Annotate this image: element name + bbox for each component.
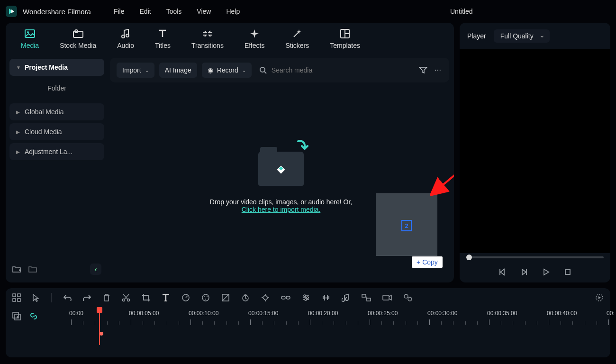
menu-edit[interactable]: Edit	[140, 8, 151, 15]
play-button[interactable]	[542, 268, 550, 276]
delete-icon[interactable]	[103, 293, 110, 302]
cloud-image-icon	[73, 28, 83, 39]
record-button[interactable]: ◉Record⌄	[202, 63, 252, 78]
collapse-sidebar-icon[interactable]: ‹	[90, 264, 101, 275]
playhead-marker-icon	[100, 332, 103, 336]
cut-icon[interactable]	[122, 293, 130, 302]
stop-button[interactable]	[564, 268, 571, 276]
speed-icon[interactable]	[181, 293, 190, 302]
scrub-handle[interactable]	[466, 255, 472, 260]
sidebar-cloud-media[interactable]: ▶Cloud Media	[9, 123, 104, 140]
folder-illustration-icon	[258, 152, 304, 186]
scrub-bar[interactable]	[460, 253, 610, 262]
import-link[interactable]: Click here to import media.	[242, 206, 321, 213]
tab-effects[interactable]: Effects	[237, 28, 272, 49]
media-content: Import⌄ AI Image ◉Record⌄ ⋯	[108, 55, 454, 282]
sidebar-folder[interactable]: Folder	[9, 79, 104, 100]
tab-media[interactable]: Media	[13, 28, 46, 49]
more-icon[interactable]: ⋯	[433, 66, 443, 74]
copy-button[interactable]: +Copy	[412, 256, 443, 268]
timestamp: 00:00:35:00	[487, 310, 517, 317]
timestamp: 00:00	[69, 310, 83, 317]
tab-audio[interactable]: Audio	[109, 28, 142, 49]
svg-point-7	[260, 67, 265, 72]
sidebar-global-media[interactable]: ▶Global Media	[9, 103, 104, 120]
tab-media-label: Media	[21, 42, 39, 49]
svg-line-10	[441, 109, 454, 187]
chevron-down-icon: ⌄	[242, 68, 246, 73]
mask-icon[interactable]	[221, 293, 230, 302]
svg-point-22	[205, 299, 206, 300]
tab-transitions[interactable]: Transitions	[184, 28, 231, 49]
add-track-icon[interactable]	[12, 312, 21, 320]
menu-file[interactable]: File	[114, 8, 125, 15]
chain-icon[interactable]	[281, 295, 290, 300]
tab-transitions-label: Transitions	[191, 42, 224, 49]
search-box[interactable]	[259, 66, 414, 74]
svg-rect-15	[18, 299, 20, 301]
menu-help[interactable]: Help	[226, 8, 240, 15]
svg-rect-13	[18, 294, 20, 297]
merge-icon[interactable]	[362, 294, 371, 301]
caret-down-icon: ▼	[16, 65, 21, 70]
camera-icon[interactable]	[382, 294, 392, 301]
app-logo-icon	[6, 6, 17, 17]
ai-image-button[interactable]: AI Image	[159, 63, 197, 78]
group-icon[interactable]	[403, 293, 413, 302]
adjust-icon[interactable]	[302, 293, 310, 302]
caret-right-icon: ▶	[16, 109, 21, 115]
timestamp: 00:	[607, 310, 615, 317]
svg-rect-14	[13, 299, 16, 301]
link-icon[interactable]	[29, 312, 38, 320]
preview-viewport[interactable]	[460, 49, 610, 253]
sidebar-project-media[interactable]: ▼Project Media	[9, 59, 104, 76]
next-frame-button[interactable]	[520, 268, 528, 276]
sidebar-adjustment-layer[interactable]: ▶Adjustment La...	[9, 143, 104, 160]
new-folder-icon[interactable]	[12, 265, 21, 273]
svg-point-30	[305, 299, 307, 300]
media-dropzone[interactable]: Drop your video clips, images, or audio …	[108, 82, 454, 282]
color-icon[interactable]	[201, 293, 210, 302]
equalizer-icon[interactable]	[322, 293, 330, 302]
main-menu: File Edit Tools View Help	[114, 8, 240, 15]
menu-tools[interactable]: Tools	[166, 8, 182, 15]
tab-titles-label: Titles	[155, 42, 171, 49]
tab-titles[interactable]: Titles	[147, 28, 178, 49]
menu-view[interactable]: View	[197, 8, 211, 15]
timestamp: 00:00:40:00	[547, 310, 577, 317]
folder-icon[interactable]	[28, 265, 37, 273]
tab-stock-media[interactable]: Stock Media	[52, 28, 104, 49]
plus-icon: +	[417, 258, 420, 266]
tab-stickers[interactable]: Stickers	[278, 28, 317, 49]
caret-right-icon: ▶	[16, 149, 21, 155]
redo-icon[interactable]	[83, 294, 91, 301]
tab-templates[interactable]: Templates	[322, 28, 368, 49]
svg-point-34	[404, 294, 408, 298]
wand-icon	[292, 28, 302, 39]
media-sidebar: ▼Project Media Folder ▶Global Media ▶Clo…	[6, 55, 108, 282]
crop-icon[interactable]	[142, 293, 150, 302]
svg-point-35	[408, 297, 412, 301]
svg-point-1	[27, 31, 29, 33]
undo-icon[interactable]	[63, 294, 72, 301]
grid-icon[interactable]	[12, 293, 21, 302]
svg-point-28	[304, 295, 306, 297]
timestamp: 00:00:25:00	[368, 310, 398, 317]
timeline-ruler[interactable]: 00:0000:00:05:0000:00:10:0000:00:15:0000…	[71, 307, 610, 357]
audio-icon[interactable]	[342, 293, 350, 302]
quality-select[interactable]: Full Quality	[494, 29, 550, 43]
text-tool-icon[interactable]	[162, 293, 170, 302]
record-icon: ◉	[208, 66, 213, 74]
search-input[interactable]	[271, 66, 414, 74]
render-icon[interactable]	[595, 293, 604, 302]
tab-stock-label: Stock Media	[60, 42, 96, 49]
player-label: Player	[467, 32, 486, 40]
filter-icon[interactable]	[419, 66, 428, 74]
import-button[interactable]: Import⌄	[117, 63, 154, 78]
keyframe-icon[interactable]	[261, 293, 270, 302]
timestamp: 00:00:20:00	[308, 310, 338, 317]
timer-icon[interactable]	[241, 293, 250, 302]
prev-frame-button[interactable]	[498, 268, 506, 276]
cursor-icon[interactable]	[32, 293, 40, 302]
image-icon	[25, 28, 35, 39]
